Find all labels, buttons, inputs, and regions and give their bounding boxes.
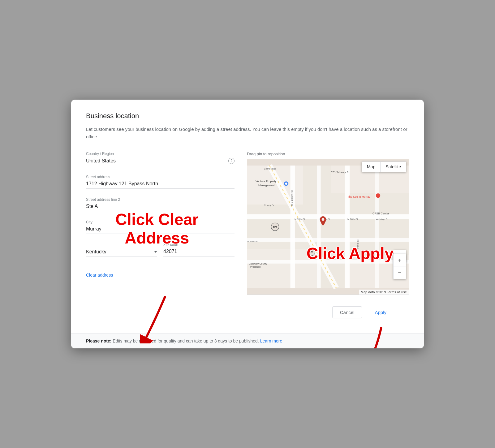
map-zoom-controls: + −	[393, 254, 406, 279]
zip-input[interactable]	[163, 249, 235, 254]
dialog-title: Business location	[86, 112, 409, 120]
right-panel: Drag pin to reposition	[247, 152, 409, 295]
state-zip-field-group: Kentucky Alabama Alaska California Flori…	[86, 243, 235, 256]
svg-text:Management: Management	[258, 184, 275, 187]
svg-text:Waldrop Dr: Waldrop Dr	[376, 218, 389, 221]
map-attribution: Map data ©2019 Terms of Use	[359, 290, 409, 295]
map-type-satellite-btn[interactable]: Satellite	[381, 162, 406, 172]
cancel-button[interactable]: Cancel	[332, 306, 362, 318]
business-location-dialog: Business location Let customers see your…	[71, 100, 424, 348]
country-input-wrapper: ?	[86, 158, 235, 166]
help-icon[interactable]: ?	[228, 158, 235, 164]
map-drag-label: Drag pin to reposition	[247, 152, 409, 156]
map-svg: N 18th St N 19th St N 16th St Waldrop Dr…	[247, 159, 409, 295]
map-type-map-btn[interactable]: Map	[362, 162, 381, 172]
svg-text:CEV Murray S...: CEV Murray S...	[331, 171, 351, 174]
country-field-group: Country / Region ?	[86, 152, 235, 166]
annotation-click-apply-text: Click Apply	[307, 244, 394, 262]
svg-text:Covey Dr: Covey Dr	[264, 204, 274, 207]
street-input-wrapper	[86, 181, 235, 189]
note-text: Edits may be reviewed for quality and ca…	[111, 338, 260, 343]
street2-label: Street address line 2	[86, 197, 235, 202]
svg-text:N 18th St: N 18th St	[295, 218, 305, 221]
svg-text:Cambridge: Cambridge	[264, 167, 276, 170]
street2-input-wrapper	[86, 204, 235, 211]
clear-address-link[interactable]: Clear address	[86, 273, 113, 278]
zip-input-wrapper	[163, 249, 235, 256]
state-chevron-icon	[154, 251, 157, 253]
svg-rect-7	[247, 238, 409, 242]
note-footer: Please note: Edits may be reviewed for q…	[71, 333, 424, 348]
city-input-wrapper	[86, 226, 235, 234]
street2-input[interactable]	[86, 204, 235, 209]
street-field-group: Street address	[86, 175, 235, 189]
svg-text:CFSB Center: CFSB Center	[372, 212, 389, 215]
zoom-out-btn[interactable]: −	[394, 266, 406, 279]
state-wrapper: Kentucky Alabama Alaska California Flori…	[86, 249, 157, 256]
svg-text:The Keg in Murray: The Keg in Murray	[347, 195, 371, 198]
svg-point-23	[285, 183, 287, 185]
svg-rect-27	[377, 194, 380, 197]
map-type-buttons: Map Satellite	[362, 162, 406, 172]
city-field-group: City	[86, 220, 235, 234]
country-input[interactable]	[86, 158, 228, 164]
annotation-click-apply: Click Apply	[307, 244, 394, 263]
map-pin	[318, 216, 328, 230]
svg-point-45	[322, 218, 325, 221]
city-input[interactable]	[86, 226, 235, 232]
svg-text:N 16th St: N 16th St	[347, 218, 358, 221]
apply-button[interactable]: Apply	[367, 306, 394, 318]
svg-text:Calloway County: Calloway County	[249, 262, 268, 265]
street-input[interactable]	[86, 181, 235, 187]
dialog-description: Let customers see your business location…	[86, 126, 408, 140]
dialog-footer: Cancel Apply	[86, 301, 409, 323]
zip-wrapper: ZIP code	[163, 243, 235, 256]
learn-more-link[interactable]: Learn more	[260, 338, 282, 343]
svg-text:Venture Property: Venture Property	[256, 180, 277, 183]
svg-rect-11	[345, 166, 350, 288]
left-panel: Country / Region ? Street address Street…	[86, 152, 235, 295]
svg-text:N 20th St: N 20th St	[247, 240, 258, 243]
street-label: Street address	[86, 175, 235, 179]
note-bold: Please note:	[86, 338, 111, 343]
state-select-wrapper: Kentucky Alabama Alaska California Flori…	[86, 249, 157, 256]
svg-text:121: 121	[273, 226, 277, 229]
location-pin-icon	[318, 216, 328, 229]
svg-rect-12	[375, 166, 379, 288]
state-select[interactable]: Kentucky Alabama Alaska California Flori…	[86, 249, 154, 254]
svg-text:Preschool: Preschool	[250, 265, 261, 268]
zoom-in-btn[interactable]: +	[394, 254, 406, 266]
city-label: City	[86, 220, 235, 224]
map-container[interactable]: N 18th St N 19th St N 16th St Waldrop Dr…	[247, 159, 409, 295]
svg-text:U B Bailey Rd: U B Bailey Rd	[291, 190, 293, 206]
street2-field-group: Street address line 2	[86, 197, 235, 211]
country-label: Country / Region	[86, 152, 235, 156]
zip-label: ZIP code	[163, 243, 235, 247]
svg-rect-9	[291, 166, 295, 288]
